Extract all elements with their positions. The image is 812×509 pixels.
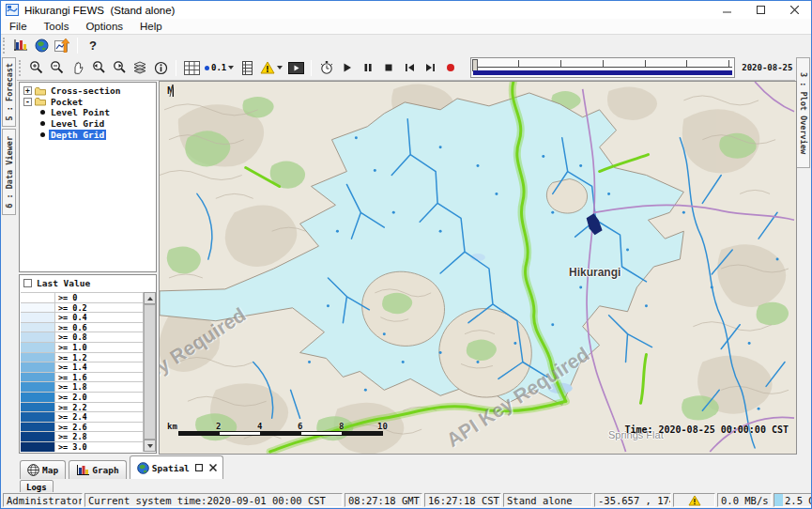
tab-forecast[interactable]: 5 : Forecast [2, 57, 16, 127]
status-transfer-rate: 0.0 MB/s [717, 493, 772, 507]
legend-row: >= 0.6 [21, 323, 143, 333]
right-dock-strip: 3 : Plot Overview [795, 55, 811, 459]
zoom-previous-icon[interactable] [88, 57, 109, 78]
tab-plot-overview[interactable]: 3 : Plot Overview [796, 57, 810, 168]
menu-help[interactable]: Help [131, 21, 171, 32]
zoom-out-icon[interactable] [47, 57, 68, 78]
warning-icon [260, 61, 275, 74]
close-button[interactable] [777, 1, 811, 19]
scale-bar-segments [178, 431, 383, 436]
database-viewer-icon[interactable] [10, 35, 31, 55]
pan-hand-icon[interactable] [68, 57, 88, 78]
legend-row: >= 2.0 [21, 393, 143, 403]
menu-file[interactable]: File [1, 21, 36, 32]
toolbar-grip [19, 60, 23, 76]
legend-row: >= 0.8 [21, 332, 143, 343]
help-button[interactable]: ? [83, 35, 103, 55]
legend-row: >= 0.2 [21, 303, 143, 314]
status-bar: Administrator Current system time:2020-0… [1, 492, 811, 508]
tree-item-pocket[interactable]: - Pocket [20, 97, 156, 108]
legend-swatch [21, 403, 55, 412]
play-button[interactable] [337, 57, 358, 78]
tab-map[interactable]: Map [20, 460, 66, 479]
last-value-checkbox[interactable] [23, 279, 32, 287]
stop-button[interactable] [378, 57, 399, 78]
status-system-time: Current system time:2020-09-01 00:00 CST [84, 493, 343, 507]
maximize-button[interactable] [743, 1, 777, 19]
last-value-label: Last Value [37, 278, 90, 288]
legend-row: >= 2.4 [21, 412, 143, 423]
legend-swatch [21, 373, 55, 382]
tree-item-cross-section[interactable]: + Cross-section [20, 85, 156, 97]
main-toolbar: ? [1, 35, 811, 55]
dot-icon [205, 66, 209, 70]
legend-scrollbar[interactable] [143, 292, 155, 452]
scroll-up-icon[interactable] [144, 292, 156, 304]
spatial-left-panel: + Cross-section - Pocket Level Point Lev… [17, 81, 159, 455]
scrollbar-thumb[interactable] [144, 304, 156, 440]
legend-swatch [21, 412, 55, 422]
bar-chart-icon [76, 465, 89, 476]
maximize-panel-icon[interactable] [195, 464, 204, 472]
node-bullet-icon [40, 121, 45, 126]
time-slider-track [473, 67, 732, 68]
collapse-icon[interactable]: - [23, 98, 32, 106]
skip-to-end-button[interactable] [420, 57, 440, 78]
timer-settings-icon[interactable] [316, 57, 337, 78]
legend-row: >= 3.0 [21, 442, 143, 452]
import-chart-icon[interactable] [52, 35, 72, 55]
map-canvas[interactable]: N API Key Required API Key Required Hiku… [159, 81, 797, 455]
zoom-next-icon[interactable] [109, 57, 130, 78]
record-button[interactable] [440, 57, 461, 78]
last-value-row: Last Value [20, 275, 156, 291]
legend-row: >= 1.6 [21, 373, 143, 383]
pause-button[interactable] [358, 57, 378, 78]
tab-graph[interactable]: Graph [69, 460, 127, 479]
expand-icon[interactable]: + [23, 86, 32, 95]
legend-row: >= 2.2 [21, 403, 143, 413]
tab-data-viewer[interactable]: 6 : Data Viewer [2, 129, 16, 215]
minimize-button[interactable] [710, 1, 743, 19]
close-panel-icon[interactable] [209, 464, 218, 472]
legend-swatch [21, 332, 55, 342]
animation-movie-icon[interactable] [285, 57, 306, 78]
folder-icon [35, 86, 46, 96]
zoom-in-icon[interactable] [26, 57, 47, 78]
menu-options[interactable]: Options [77, 21, 131, 32]
status-warning-cell[interactable] [673, 493, 715, 507]
warning-threshold-dropdown[interactable] [257, 57, 285, 78]
scroll-down-icon[interactable] [144, 440, 156, 452]
status-gmt-time: 08:27:18 GMT [345, 493, 422, 507]
tree-item-level-grid[interactable]: Level Grid [20, 118, 156, 130]
folder-icon [35, 97, 46, 106]
tree-item-depth-grid[interactable]: Depth Grid [20, 129, 156, 140]
tab-spatial[interactable]: Spatial [130, 455, 223, 479]
node-bullet-icon [40, 110, 45, 115]
contour-interval-dropdown[interactable]: 0.1 [202, 57, 237, 78]
legend-swatch [21, 293, 55, 302]
layers-icon[interactable] [130, 57, 150, 78]
menu-tools[interactable]: Tools [36, 21, 78, 32]
legend-row: >= 0 [21, 293, 143, 303]
grid-display-icon[interactable] [181, 57, 202, 78]
legend-swatch [21, 423, 55, 432]
info-icon[interactable] [150, 57, 171, 78]
spatial-display-icon[interactable] [31, 35, 52, 55]
map-graphics [160, 82, 796, 454]
time-slider[interactable] [470, 57, 735, 78]
tree-item-level-point[interactable]: Level Point [20, 107, 156, 118]
layer-tree: + Cross-section - Pocket Level Point Lev… [19, 82, 157, 272]
legend-swatch [21, 343, 55, 352]
toolbar-separator [176, 60, 176, 76]
map-time-label: Time: 2020-08-25 00:00:00 CST [624, 424, 789, 435]
menu-bar: File Tools Options Help [1, 19, 811, 35]
scale-bar: km 2 4 6 8 10 [167, 422, 392, 439]
status-local-time: 16:27:18 CST [424, 493, 501, 507]
map-toolbar: 0.1 2020-08-25 00:00:00 CST [17, 55, 795, 81]
wire-globe-icon [27, 464, 39, 476]
status-coordinates: -35.657 , 174.199 [594, 493, 671, 507]
legend-icon[interactable] [237, 57, 257, 78]
legend-panel: Last Value >= 0 >= 0.2 >= 0.4 >= 0.6 >= … [19, 274, 157, 454]
north-arrow: N [167, 85, 174, 97]
skip-to-start-button[interactable] [399, 57, 420, 78]
